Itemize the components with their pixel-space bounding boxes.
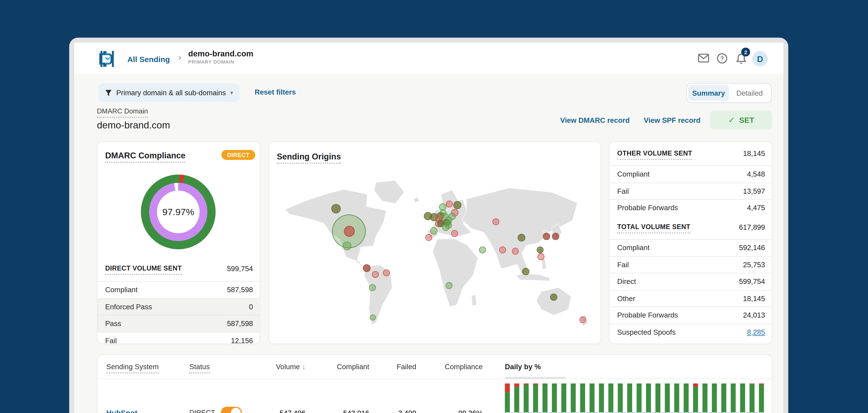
direct-volume-header: DIRECT VOLUME SENT 599,754 [105, 264, 253, 275]
col-sending-system[interactable]: Sending System [106, 362, 189, 371]
row-label: Suspected Spoofs [617, 328, 676, 336]
origin-dot-red[interactable] [499, 247, 506, 253]
view-dmarc-record-link[interactable]: View DMARC record [560, 116, 630, 125]
current-domain-name: demo-brand.com [188, 50, 253, 58]
other-volume-rows: Compliant4,548Fail13,597Probable Forward… [610, 165, 773, 216]
origin-dot-green[interactable] [369, 284, 376, 291]
daily-bar [561, 383, 566, 412]
status-cell: DIRECT [189, 407, 256, 413]
row-label: Enforced Pass [105, 303, 152, 311]
origin-dot-olive[interactable] [454, 201, 461, 209]
help-icon[interactable]: ? [717, 53, 727, 64]
row-value: 599,754 [739, 278, 765, 286]
avatar[interactable]: D [752, 51, 768, 66]
tab-detailed[interactable]: Detailed [729, 85, 770, 101]
total-volume-rows: Compliant592,146Fail25,753Direct599,754O… [610, 239, 773, 340]
row-value: 4,475 [747, 204, 765, 212]
value-row: Fail25,753 [610, 256, 773, 273]
row-value: 587,598 [227, 319, 253, 328]
origin-dot-red[interactable] [372, 272, 378, 278]
filter-selected-label: Primary domain & all sub-domains [116, 89, 226, 97]
chevron-down-icon: ▾ [230, 90, 233, 96]
daily-bar [665, 383, 670, 412]
origin-dot-red[interactable] [580, 317, 586, 323]
status-label: DIRECT [189, 409, 215, 413]
origin-dot-green[interactable] [479, 247, 486, 253]
col-compliance[interactable]: Compliance [416, 362, 483, 371]
row-label: Probable Forwards [617, 311, 678, 319]
origin-dot-red[interactable] [446, 201, 453, 207]
daily-bar [750, 383, 754, 412]
row-label: Fail [617, 260, 629, 269]
mail-icon[interactable] [698, 54, 709, 62]
toggle-knob [231, 408, 241, 413]
value-row: Direct599,754 [610, 273, 773, 290]
dmarcian-logo[interactable] [98, 50, 117, 68]
daily-bar [505, 383, 510, 412]
row-value-link[interactable]: 8,285 [747, 328, 765, 336]
origin-dot-red[interactable] [426, 234, 432, 241]
daily-bar [721, 383, 726, 412]
origin-dot-olive[interactable] [537, 247, 543, 253]
direct-badge: DIRECT [221, 150, 255, 160]
row-value: 25,753 [743, 260, 765, 269]
set-label: SET [739, 116, 754, 125]
view-spf-record-link[interactable]: View SPF record [644, 116, 701, 125]
origin-dot-darkred[interactable] [543, 233, 550, 240]
row-value: 13,597 [743, 187, 765, 195]
status-toggle[interactable] [221, 407, 242, 413]
origin-dot-red[interactable] [538, 254, 544, 260]
row-value: 587,598 [227, 286, 253, 294]
row-label: Compliant [105, 286, 137, 294]
origin-dot-darkred[interactable] [363, 265, 370, 272]
origin-dot-darkred[interactable] [552, 233, 559, 240]
origin-dot-green[interactable] [431, 227, 437, 234]
breadcrumb-all-sending[interactable]: All Sending [127, 55, 170, 64]
origin-dot-olive[interactable] [522, 268, 529, 275]
origin-dot-green[interactable] [442, 224, 449, 230]
origin-dot-red[interactable] [493, 219, 499, 225]
sort-desc-icon: ↓ [302, 362, 306, 371]
row-value: 592,146 [739, 244, 765, 252]
col-compliant[interactable]: Compliant [306, 362, 369, 371]
daily-bar [627, 383, 632, 412]
daily-bar [590, 383, 594, 412]
daily-bar [656, 383, 660, 412]
origin-dot-red[interactable] [452, 230, 458, 237]
tab-summary[interactable]: Summary [688, 85, 729, 101]
daily-bar [759, 383, 764, 412]
origin-dot-red-core[interactable] [344, 226, 354, 236]
daily-bar [637, 383, 642, 412]
dmarc-domain-label: DMARC Domain [97, 107, 148, 115]
origin-dot-red[interactable] [512, 248, 519, 254]
origin-dot-red[interactable] [383, 269, 390, 276]
col-status[interactable]: Status [189, 362, 256, 371]
reset-filters-link[interactable]: Reset filters [254, 88, 296, 96]
total-volume-header: TOTAL VOLUME SENT 617,899 [617, 223, 765, 233]
svg-text:?: ? [720, 55, 724, 62]
daily-scrollbar[interactable] [505, 377, 566, 379]
breadcrumb-separator: › [178, 53, 181, 62]
dmarc-set-status-button[interactable]: ✓ SET [710, 110, 772, 129]
value-row: Probable Forwards24,013 [610, 307, 773, 323]
row-label: Fail [617, 187, 629, 195]
origin-dot-olive[interactable] [550, 294, 557, 300]
row-label: Compliant [617, 244, 649, 252]
origin-dot-green[interactable] [370, 315, 376, 320]
compliance-value: 99.36% [416, 409, 483, 413]
row-label: Pass [105, 319, 121, 328]
col-volume[interactable]: Volume ↓ [256, 362, 306, 371]
origin-dot-green[interactable] [446, 282, 452, 289]
daily-bar [684, 383, 688, 412]
sending-system-link[interactable]: HubSpot [106, 409, 189, 413]
col-daily-by-pct[interactable]: Daily by % [505, 362, 541, 371]
origin-dot-olive[interactable] [332, 204, 340, 213]
domain-filter-dropdown[interactable]: Primary domain & all sub-domains ▾ [98, 84, 240, 102]
daily-bar [571, 383, 576, 412]
compliance-percent: 97.97% [162, 207, 194, 217]
origin-dot-green[interactable] [343, 242, 351, 250]
col-failed[interactable]: Failed [369, 362, 416, 371]
view-toggle: Summary Detailed [686, 83, 772, 103]
origin-dot-olive[interactable] [518, 234, 525, 241]
row-value: 18,145 [743, 294, 765, 303]
